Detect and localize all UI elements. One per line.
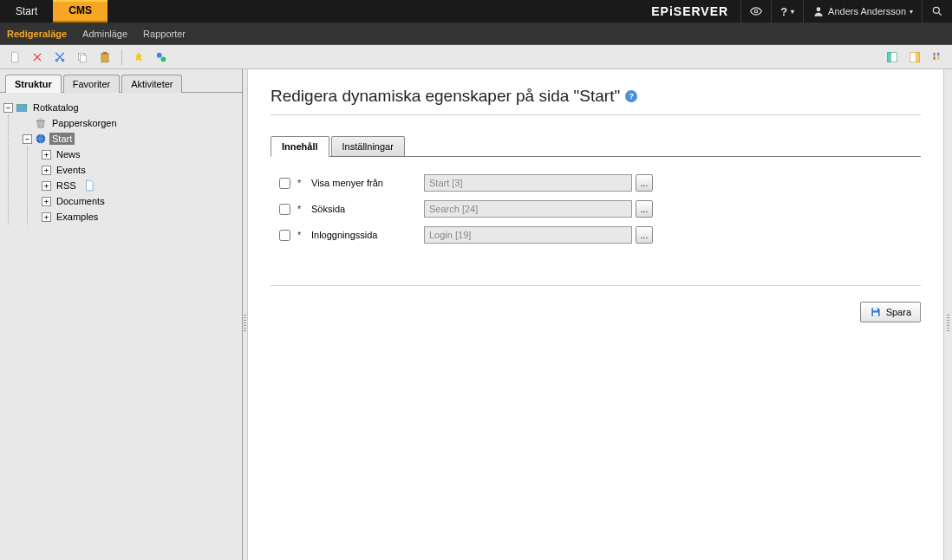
page-reference-input[interactable]: [424, 174, 632, 192]
panel-2-icon[interactable]: [905, 48, 924, 67]
content-pane: Redigera dynamiska egenskaper på sida "S…: [248, 69, 943, 560]
panel-1-icon[interactable]: [883, 48, 902, 67]
svg-rect-19: [16, 105, 27, 112]
page-title: Redigera dynamiska egenskaper på sida "S…: [271, 87, 921, 106]
required-star: *: [297, 178, 306, 188]
tab-content[interactable]: Innehåll: [271, 136, 329, 157]
main-toolbar: [0, 45, 952, 69]
mode-admin[interactable]: Adminläge: [82, 29, 127, 39]
inherit-checkbox[interactable]: [279, 204, 290, 215]
brand-logo: EPiSERVER: [639, 0, 740, 23]
svg-rect-16: [933, 56, 935, 60]
content-tabs: Innehåll Inställningar: [271, 136, 921, 157]
required-star: *: [297, 204, 306, 214]
new-page-icon[interactable]: [5, 48, 24, 67]
mode-menubar: Redigeraläge Adminläge Rapporter: [0, 23, 952, 45]
sidebar-tab-favorites[interactable]: Favoriter: [63, 75, 120, 93]
copy-icon[interactable]: [73, 48, 92, 67]
topbar-tab-cms[interactable]: CMS: [53, 0, 108, 23]
svg-point-0: [754, 10, 758, 13]
divider: [271, 114, 921, 115]
cut-icon[interactable]: [50, 48, 69, 67]
tree-selected[interactable]: Start: [49, 133, 75, 145]
tab-settings[interactable]: Inställningar: [331, 136, 405, 156]
page-reference-input[interactable]: [424, 226, 632, 244]
svg-rect-18: [937, 56, 939, 60]
refresh-icon[interactable]: [152, 48, 171, 67]
svg-rect-7: [101, 53, 108, 62]
folder-icon: [16, 101, 28, 114]
tree-trash[interactable]: Papperskorgen: [49, 117, 120, 129]
tree-expand-icon[interactable]: +: [42, 181, 51, 191]
svg-point-9: [157, 52, 162, 57]
topbar-tabs: Start CMS: [0, 0, 108, 23]
svg-rect-14: [916, 52, 920, 62]
form-row: * Söksida ...: [279, 200, 912, 218]
panel-3-icon[interactable]: [928, 48, 947, 67]
page-icon: [83, 179, 95, 192]
pin-icon[interactable]: [129, 48, 148, 67]
tree-item[interactable]: News: [54, 148, 83, 160]
form-label: Visa menyer från: [311, 178, 424, 188]
svg-rect-12: [888, 52, 891, 62]
inherit-checkbox[interactable]: [279, 178, 290, 189]
svg-rect-8: [103, 52, 107, 54]
svg-point-4: [62, 59, 63, 61]
sidebar-tab-structure[interactable]: Struktur: [5, 75, 62, 93]
tree-item[interactable]: Examples: [54, 211, 101, 223]
sidebar-tab-activities[interactable]: Aktiviteter: [121, 75, 182, 93]
mode-reports[interactable]: Rapporter: [143, 29, 186, 39]
save-icon: [870, 306, 882, 318]
svg-rect-21: [873, 308, 877, 310]
tree-item[interactable]: RSS: [54, 179, 79, 192]
svg-rect-6: [81, 55, 87, 62]
tree-root[interactable]: Rotkatalog: [30, 101, 82, 114]
topbar-tab-start[interactable]: Start: [0, 0, 53, 23]
browse-button[interactable]: ...: [636, 200, 653, 218]
browse-button[interactable]: ...: [636, 174, 653, 192]
global-topbar: Start CMS EPiSERVER ? ▾ Anders Andersson…: [0, 0, 952, 23]
page-reference-input[interactable]: [424, 200, 632, 218]
tree-collapse-icon[interactable]: −: [23, 134, 32, 144]
svg-point-1: [817, 7, 821, 11]
tree-collapse-icon[interactable]: −: [3, 103, 13, 113]
help-icon[interactable]: ? ▾: [771, 0, 803, 23]
save-button[interactable]: Spara: [860, 302, 921, 322]
paste-icon[interactable]: [95, 48, 114, 67]
browse-button[interactable]: ...: [636, 226, 653, 244]
form-label: Inloggningssida: [311, 230, 424, 240]
preview-icon[interactable]: [740, 0, 771, 23]
tree-expand-icon[interactable]: +: [42, 212, 51, 222]
sidebar: Struktur Favoriter Aktiviteter − Rotkata…: [0, 69, 243, 560]
form-row: * Inloggningssida ...: [279, 226, 912, 244]
form-label: Söksida: [311, 204, 424, 214]
trash-icon: [35, 117, 47, 129]
tree-expand-icon[interactable]: +: [42, 197, 51, 206]
svg-point-3: [55, 59, 57, 61]
main-area: Struktur Favoriter Aktiviteter − Rotkata…: [0, 69, 952, 560]
search-icon[interactable]: [922, 0, 952, 23]
svg-rect-17: [937, 52, 939, 55]
mode-edit[interactable]: Redigeraläge: [7, 29, 67, 39]
required-star: *: [297, 230, 306, 240]
help-badge-icon[interactable]: ?: [625, 90, 637, 102]
page-tree: − Rotkatalog Papperskorgen − Start +News: [0, 93, 242, 231]
divider: [271, 285, 921, 286]
form-area: * Visa menyer från ... * Söksida ... * I…: [271, 157, 921, 270]
tree-item[interactable]: Events: [54, 164, 88, 176]
delete-icon[interactable]: [28, 48, 47, 67]
svg-rect-15: [933, 52, 935, 55]
svg-point-2: [933, 7, 939, 13]
right-splitter[interactable]: [943, 69, 952, 560]
tree-expand-icon[interactable]: +: [42, 166, 51, 175]
tree-expand-icon[interactable]: +: [42, 150, 51, 160]
svg-point-10: [160, 56, 166, 62]
svg-rect-22: [873, 313, 878, 316]
user-menu[interactable]: Anders Andersson ▾: [803, 0, 922, 23]
globe-icon: [35, 133, 47, 145]
form-row: * Visa menyer från ...: [279, 174, 912, 192]
inherit-checkbox[interactable]: [279, 230, 290, 241]
tree-item[interactable]: Documents: [54, 195, 108, 207]
